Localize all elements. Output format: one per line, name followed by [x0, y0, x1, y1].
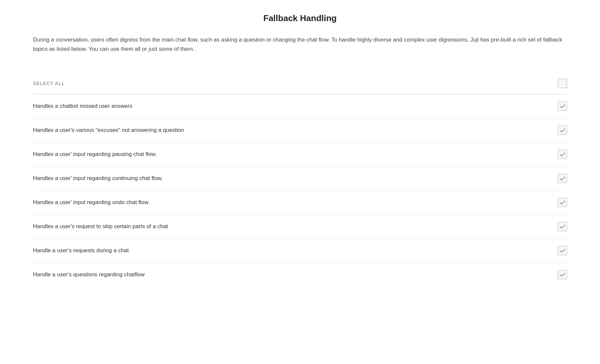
item-label: Handles a user' input regarding undo cha… — [33, 199, 150, 206]
checklist-container: SELECT ALL Handles a chatbot missed user… — [33, 74, 567, 287]
list-item: Handle a user's requests during a chat — [33, 239, 567, 263]
item-checkbox-3[interactable] — [558, 150, 567, 159]
item-checkbox-5[interactable] — [558, 198, 567, 207]
item-label: Handles a user' input regarding continui… — [33, 175, 163, 182]
list-item: Handles a user's various "excuses" not a… — [33, 118, 567, 142]
items-list: Handles a chatbot missed user answers Ha… — [33, 94, 567, 287]
select-all-row: SELECT ALL — [33, 74, 567, 94]
item-label: Handles a user' input regarding pausing … — [33, 151, 157, 158]
list-item: Handles a user' input regarding pausing … — [33, 142, 567, 167]
list-item: Handles a user' input regarding continui… — [33, 167, 567, 191]
page-title: Fallback Handling — [33, 13, 567, 23]
list-item: Handle a user's questions regarding chat… — [33, 263, 567, 287]
select-all-label: SELECT ALL — [33, 81, 65, 86]
item-label: Handles a user's various "excuses" not a… — [33, 127, 184, 134]
list-item: Handles a user' input regarding undo cha… — [33, 191, 567, 215]
page-description: During a conversation, users often digre… — [33, 35, 567, 54]
select-all-checkbox[interactable] — [558, 79, 567, 88]
item-checkbox-7[interactable] — [558, 246, 567, 255]
item-checkbox-8[interactable] — [558, 270, 567, 279]
item-checkbox-6[interactable] — [558, 222, 567, 231]
item-label: Handles a user's request to skip certain… — [33, 223, 168, 230]
list-item: Handles a user's request to skip certain… — [33, 215, 567, 239]
list-item: Handles a chatbot missed user answers — [33, 94, 567, 118]
item-label: Handle a user's requests during a chat — [33, 247, 129, 254]
item-checkbox-4[interactable] — [558, 174, 567, 183]
item-checkbox-1[interactable] — [558, 102, 567, 111]
item-label: Handles a chatbot missed user answers — [33, 103, 132, 109]
item-checkbox-2[interactable] — [558, 126, 567, 135]
item-label: Handle a user's questions regarding chat… — [33, 271, 145, 278]
